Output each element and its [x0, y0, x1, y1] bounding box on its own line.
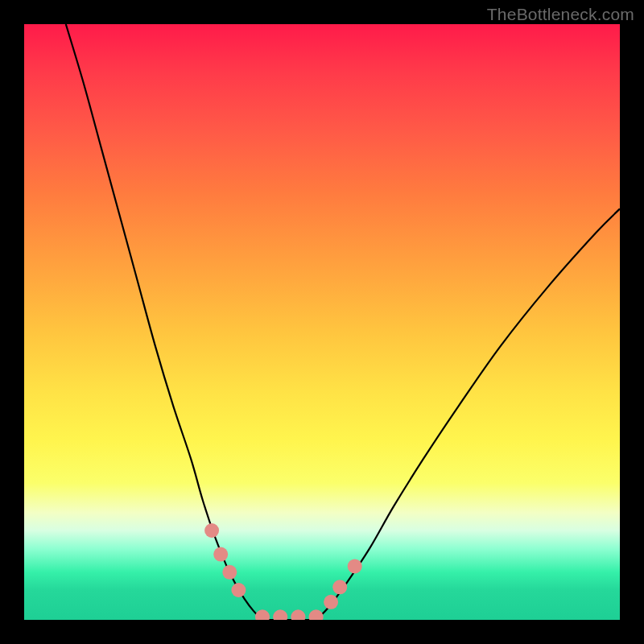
- highlight-dot: [309, 609, 324, 620]
- highlight-dot: [204, 523, 219, 538]
- highlight-dot: [231, 583, 246, 597]
- highlight-dot: [291, 609, 305, 620]
- plot-area: [24, 24, 620, 620]
- highlight-markers: [24, 24, 620, 620]
- highlight-dot: [348, 559, 362, 573]
- attribution-label: TheBottleneck.com: [487, 5, 634, 24]
- marker-group: [204, 523, 362, 620]
- highlight-dot: [255, 609, 270, 620]
- highlight-dot: [222, 565, 237, 580]
- highlight-dot: [273, 609, 287, 620]
- chart-frame: TheBottleneck.com: [0, 0, 644, 644]
- highlight-dot: [213, 547, 228, 562]
- highlight-dot: [332, 580, 347, 594]
- highlight-dot: [324, 595, 338, 609]
